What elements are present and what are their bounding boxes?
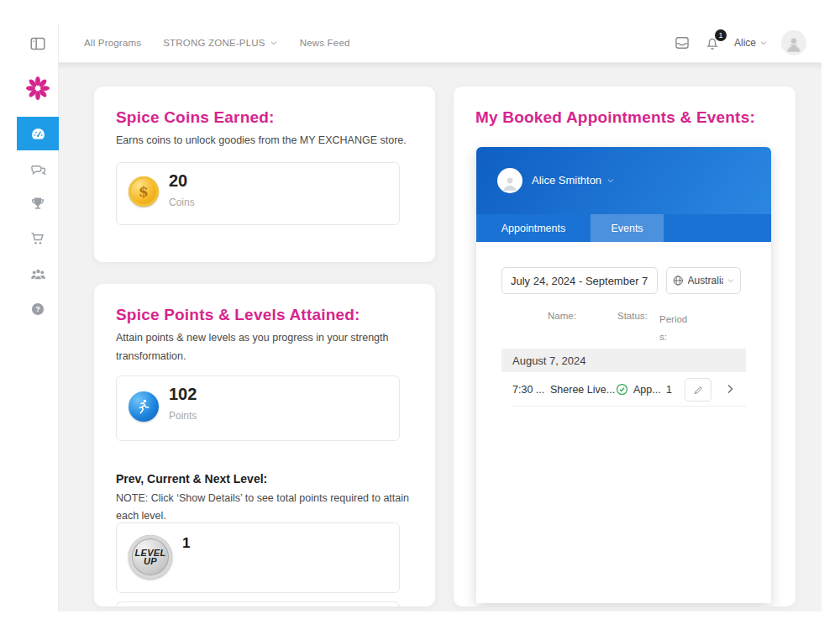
spice-coins-subtitle: Earns coins to unlock goodies from the M… [116,132,410,150]
chevron-down-icon [270,39,278,47]
booking-widget: Alice Smithton Appointments Events Austr… [476,147,771,603]
points-stat-box: 102 Points [116,375,400,441]
globe-icon [672,274,685,287]
inbox-icon[interactable] [674,34,690,51]
column-status: Status: [617,311,648,321]
brand-flower-icon[interactable] [25,74,50,102]
topbar-right: 1 Alice [674,30,822,55]
notification-badge: 1 [715,29,727,41]
topbar: All Programs STRONG ZONE-PLUS News Feed … [59,24,822,63]
appointment-time: 7:30 ... [512,384,544,396]
row-chevron-right-icon[interactable] [723,382,737,396]
appointment-row[interactable]: 7:30 ... Sheree Live... App... 1 [501,375,746,407]
nav-all-programs-label: All Programs [84,38,141,48]
runner-icon [129,391,159,422]
nav-program-label: STRONG ZONE-PLUS [163,38,265,48]
coins-label: Coins [169,197,195,208]
column-periods: Periods: [659,311,695,345]
topbar-nav: All Programs STRONG ZONE-PLUS News Feed [84,38,350,48]
chat-bubbles-icon [29,161,47,179]
coins-stat-box: $ 20 Coins [116,162,400,225]
help-circle-icon: ? [29,301,46,318]
user-name-label: Alice [734,37,756,49]
date-group-header: August 7, 2024 [501,349,746,372]
shopping-cart-icon [29,230,46,247]
next-level-box-peek [116,601,400,606]
sidebar-toggle-icon[interactable] [29,34,47,53]
nav-program-dropdown[interactable]: STRONG ZONE-PLUS [163,38,277,48]
coin-icon: $ [129,176,159,207]
tab-appointments[interactable]: Appointments [476,214,591,242]
coins-value: 20 [169,171,187,191]
sidebar-item-store[interactable] [17,222,59,255]
level-up-medal-icon: LEVEL UP [129,535,172,579]
sidebar-item-chat[interactable] [17,153,59,186]
chevron-down-icon [727,276,735,285]
level-value: 1 [182,535,190,552]
appointments-title: My Booked Appointments & Events: [475,108,755,127]
appointment-name: Sheree Live... [550,384,615,396]
points-label: Points [169,410,197,422]
level-stat-box: LEVEL UP 1 [116,522,400,593]
profile-name-label: Alice Smithton [532,174,601,186]
app-frame: ? All Programs STRONG ZONE-PLUS News Fee… [17,24,822,612]
chevron-down-icon [606,176,615,185]
spice-coins-title: Spice Coins Earned: [116,108,275,127]
nav-news-feed-label: News Feed [300,38,350,48]
profile-name-dropdown[interactable]: Alice Smithton [532,174,615,186]
sidebar: ? [17,24,59,612]
level-section-heading: Prev, Current & Next Level: [116,472,267,486]
row-divider [512,406,746,407]
spice-points-subtitle: Attain points & new levels as you progre… [116,329,410,366]
spice-points-card: Spice Points & Levels Attained: Attain p… [94,284,435,606]
profile-avatar [497,168,522,193]
approved-check-icon [616,383,628,396]
svg-text:?: ? [35,305,40,313]
appointment-periods: 1 [666,384,672,396]
medal-text-2: UP [144,557,157,565]
spice-coins-card: Spice Coins Earned: Earns coins to unloc… [94,87,435,262]
spice-points-title: Spice Points & Levels Attained: [116,306,360,324]
tab-events-label: Events [611,223,643,234]
user-menu[interactable]: Alice [734,37,768,49]
sidebar-item-achievements[interactable] [17,187,59,221]
tab-appointments-label: Appointments [501,223,565,234]
booking-body: Australia Name: Status: Periods: August … [476,242,771,603]
user-avatar[interactable] [781,30,806,55]
coin-symbol: $ [139,183,149,200]
date-group-label: August 7, 2024 [512,354,585,367]
tab-events[interactable]: Events [591,214,664,242]
pencil-icon [693,385,704,396]
edit-appointment-button[interactable] [685,378,711,402]
nav-news-feed[interactable]: News Feed [300,38,350,48]
page: ? All Programs STRONG ZONE-PLUS News Fee… [0,0,840,630]
date-range-input[interactable] [501,267,658,294]
bell-icon[interactable]: 1 [704,34,721,51]
chevron-down-icon [759,39,768,47]
booking-tabs: Appointments Events [476,214,771,242]
timezone-select[interactable]: Australia [666,267,741,294]
appointments-card: My Booked Appointments & Events: Alice S… [454,87,795,606]
points-value: 102 [169,385,197,404]
main-content: Spice Coins Earned: Earns coins to unloc… [59,63,822,612]
dashboard-gauge-icon [29,125,47,143]
level-section-note: NOTE: Click ‘Show Details’ to see total … [116,490,412,526]
nav-all-programs[interactable]: All Programs [84,38,141,48]
sidebar-item-dashboard[interactable] [17,117,59,150]
appointment-status: App... [633,384,661,396]
users-group-icon [29,265,47,283]
sidebar-item-community[interactable] [17,257,59,291]
booking-widget-header: Alice Smithton [476,147,771,214]
trophy-icon [29,196,46,213]
column-name: Name: [548,311,576,321]
sidebar-item-help[interactable]: ? [17,292,59,326]
timezone-label: Australia [688,275,723,286]
